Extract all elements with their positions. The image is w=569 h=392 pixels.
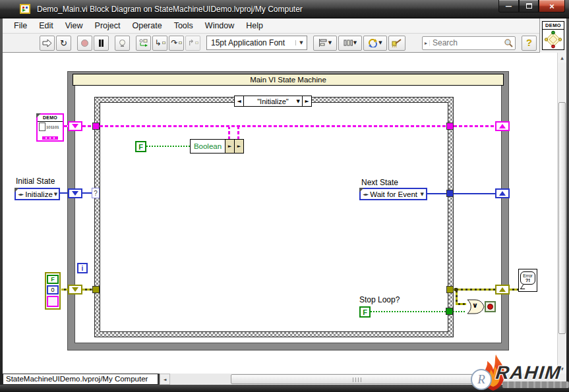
maximize-button[interactable] (519, 0, 539, 13)
lightbulb-icon (119, 40, 125, 47)
menu-help[interactable]: Help (240, 19, 269, 32)
tunnel-error-right[interactable] (446, 286, 454, 293)
next-state-wire (427, 193, 446, 194)
help-button[interactable]: ? (522, 36, 537, 51)
shift-register-reference-right[interactable] (495, 121, 510, 131)
step-out-button[interactable]: ↱ (185, 36, 200, 51)
stop-loop-false-constant[interactable]: F (359, 306, 371, 318)
run-arrow-icon (42, 39, 52, 47)
reference-wire (100, 125, 447, 127)
scroll-down-button[interactable]: ▼ (558, 364, 566, 374)
stop-sign-icon (487, 304, 493, 310)
tunnel-reference-left[interactable] (92, 123, 100, 130)
bubble-tail (520, 285, 527, 289)
search-input[interactable] (430, 38, 504, 47)
initial-state-enum[interactable]: ◄► Initialize ▼ (15, 188, 60, 200)
search-box: ▸ (422, 36, 516, 50)
shift-register-state-right[interactable] (495, 188, 510, 198)
step-into-button[interactable]: ↳ (152, 36, 167, 51)
or-symbol: ∨ (472, 301, 478, 310)
scroll-up-button[interactable]: ▲ (558, 53, 566, 63)
shift-register-state-left[interactable] (68, 188, 82, 198)
pause-button[interactable] (94, 36, 109, 51)
step-over-button[interactable]: ↷ (169, 36, 184, 51)
toolbar: ↻ ↳ ↷ ↱ 15pt Application Font ▼ ▼ (3, 34, 539, 53)
close-icon: × (549, 1, 554, 11)
search-icon[interactable] (504, 38, 514, 48)
chevron-down-icon: ▼ (378, 40, 382, 45)
iteration-terminal[interactable]: i (77, 263, 88, 273)
menu-view[interactable]: View (59, 19, 89, 32)
minimize-button[interactable]: – (498, 0, 519, 13)
tunnel-reference-right[interactable] (446, 123, 454, 130)
menu-file[interactable]: File (8, 19, 33, 32)
initial-state-label: Initial State (16, 177, 55, 186)
reorder-icon (368, 39, 378, 47)
scrollbar-corner (557, 374, 566, 385)
stop-wire (371, 311, 446, 312)
menu-edit[interactable]: Edit (33, 19, 59, 32)
vertical-scrollbar-thumb[interactable] (558, 102, 566, 334)
error-cluster-constant[interactable]: F 0 (45, 272, 61, 310)
enum-dropdown-icon[interactable]: ▼ (54, 192, 57, 197)
error-source-constant (47, 296, 59, 307)
enum-glyph-icon: ◄► (18, 192, 24, 196)
tunnel-state-right[interactable] (446, 190, 454, 197)
false-constant[interactable]: F (135, 141, 146, 152)
error-wire (454, 289, 495, 291)
minimize-icon: – (506, 0, 512, 12)
title-bar: Demo_Main.vi Block Diagram on StateMachi… (0, 0, 569, 18)
file-page-icon (39, 123, 45, 131)
reorder-button[interactable]: ▼ (363, 36, 387, 51)
tunnel-stop[interactable] (446, 308, 453, 315)
retain-wire-values-button[interactable] (136, 36, 151, 51)
next-state-enum-constant[interactable]: ◄► Wait for Event ▼ (359, 188, 427, 200)
scroll-left-button[interactable]: ◄ (160, 374, 170, 385)
shift-register-error-right[interactable] (495, 285, 510, 294)
error-handler-vi[interactable]: Error ?! (518, 269, 537, 292)
demo-vi-reference-terminal[interactable]: DEMO 101101 (36, 113, 64, 142)
or-function[interactable]: ∨ (466, 298, 485, 315)
menu-project[interactable]: Project (89, 19, 127, 32)
case-increment-icon[interactable]: ► (303, 96, 311, 106)
connector-pane-icon (543, 30, 564, 49)
chevron-down-icon: ▼ (295, 40, 307, 45)
run-button[interactable] (40, 36, 55, 51)
window-title: Demo_Main.vi Block Diagram on StateMachi… (37, 5, 303, 14)
highlight-execution-button[interactable] (115, 36, 130, 51)
case-dropdown-icon[interactable]: ▼ (297, 99, 300, 104)
reference-wire (454, 125, 495, 127)
menu-tools[interactable]: Tools (168, 19, 199, 32)
abort-button[interactable] (77, 36, 92, 51)
tunnel-error-left[interactable] (92, 286, 100, 293)
menu-window[interactable]: Window (199, 19, 240, 32)
search-scope-icon[interactable]: ▸ (423, 40, 430, 46)
run-continuously-button[interactable]: ↻ (56, 36, 71, 51)
clean-up-diagram-button[interactable] (388, 36, 405, 51)
close-button[interactable]: × (539, 0, 565, 13)
terminal-fold-corner (36, 113, 41, 118)
shift-register-reference-left[interactable] (68, 121, 82, 131)
case-selector-terminal[interactable]: ? (92, 188, 100, 198)
distribute-objects-button[interactable]: ▼ (338, 36, 362, 51)
enum-dropdown-icon[interactable]: ▼ (421, 192, 424, 197)
shift-register-error-left[interactable] (68, 285, 82, 294)
broom-icon (392, 38, 402, 47)
error-wire (61, 289, 68, 291)
align-objects-button[interactable]: ▼ (313, 36, 337, 51)
case-selector-label[interactable]: ◄ "Initialize" ▼ ► (234, 96, 312, 107)
project-context-button[interactable]: StateMachineUIDemo.lvproj/My Computer (3, 374, 158, 385)
case-decrement-icon[interactable]: ◄ (235, 96, 243, 106)
boolean-property-node[interactable]: Boolean ► ► (190, 139, 244, 154)
vertical-scrollbar[interactable]: ▲ ▼ (557, 53, 566, 374)
loop-condition-terminal[interactable] (485, 301, 496, 312)
horizontal-scrollbar-thumb[interactable] (231, 374, 483, 384)
step-out-icon: ↱ (187, 38, 194, 47)
run-continuous-icon: ↻ (60, 38, 67, 48)
terminal-fold-corner (359, 188, 364, 192)
font-selector[interactable]: 15pt Application Font ▼ (206, 36, 307, 50)
menu-operate[interactable]: Operate (126, 19, 167, 32)
property-write-arrow-icon: ► (234, 140, 243, 153)
vi-icon[interactable]: DEMO (542, 21, 564, 50)
reference-wire-branch (237, 127, 239, 140)
